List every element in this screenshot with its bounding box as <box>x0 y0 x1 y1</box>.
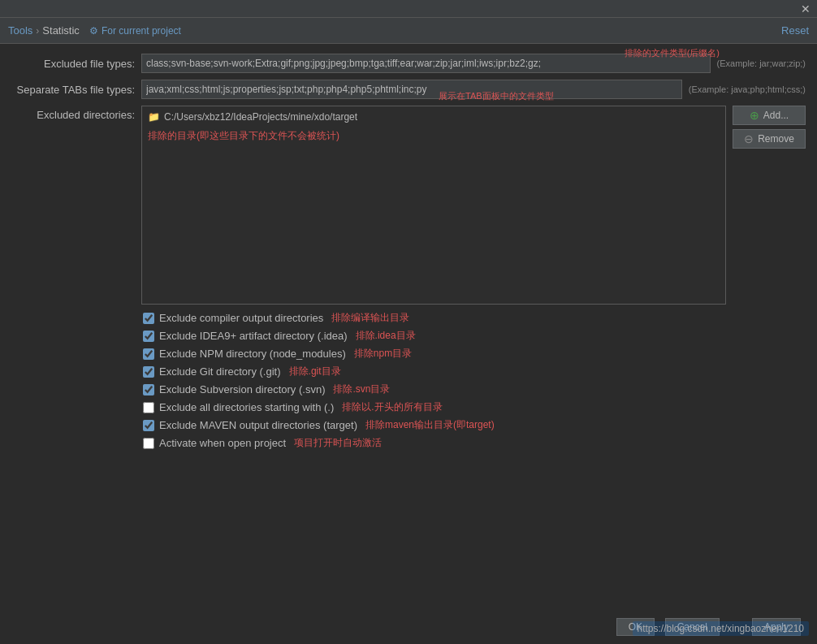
breadcrumb-chevron: › <box>36 25 39 37</box>
project-scope[interactable]: ⚙ For current project <box>89 25 181 37</box>
tab-types-annotation: 展示在TAB面板中的文件类型 <box>439 90 554 102</box>
dir-list-item[interactable]: 📁 C:/Users/xbz12/IdeaProjects/mine/xdo/t… <box>145 110 722 124</box>
checkbox-cb6[interactable] <box>143 402 154 413</box>
remove-button-label: Remove <box>758 133 794 145</box>
dir-path: C:/Users/xbz12/IdeaProjects/mine/xdo/tar… <box>164 111 357 123</box>
add-dir-button[interactable]: ⊕ Add... <box>733 106 806 125</box>
statistic-breadcrumb: Statistic <box>42 24 80 37</box>
checkbox-section: Exclude compiler output directories排除编译输… <box>143 311 806 450</box>
checkbox-label-3: Exclude Git directory (.git) <box>159 365 281 378</box>
add-button-label: Add... <box>763 110 789 121</box>
separate-tabs-example: (Example: java;php;html;css;) <box>689 84 806 94</box>
excluded-dirs-row: Excluded directories: 📁 C:/Users/xbz12/I… <box>11 106 806 305</box>
excluded-file-types-label: Excluded file types: <box>11 58 141 70</box>
checkbox-annotation-2: 排除npm目录 <box>354 347 412 361</box>
dir-annotation: 排除的目录(即这些目录下的文件不会被统计) <box>148 129 722 143</box>
checkbox-row-5: Exclude all directories starting with (.… <box>143 400 806 414</box>
reset-button[interactable]: Reset <box>781 24 809 37</box>
checkbox-annotation-5: 排除以.开头的所有目录 <box>342 400 442 414</box>
checkbox-row-6: Exclude MAVEN output directories (target… <box>143 418 806 432</box>
checkbox-label-1: Exclude IDEA9+ artifact directory (.idea… <box>159 330 348 342</box>
checkbox-label-0: Exclude compiler output directories <box>159 312 323 324</box>
add-icon: ⊕ <box>750 109 759 122</box>
checkbox-row-0: Exclude compiler output directories排除编译输… <box>143 311 806 325</box>
excluded-types-annotation: 排除的文件类型(后缀名) <box>625 47 720 59</box>
title-bar: ✕ <box>0 0 817 18</box>
remove-dir-button[interactable]: ⊖ Remove <box>733 129 806 149</box>
checkbox-annotation-1: 排除.idea目录 <box>356 329 416 343</box>
checkbox-cb2[interactable] <box>143 331 154 342</box>
checkbox-row-2: Exclude NPM directory (node_modules)排除np… <box>143 347 806 361</box>
checkbox-cb5[interactable] <box>143 384 154 395</box>
excluded-dirs-list: 📁 C:/Users/xbz12/IdeaProjects/mine/xdo/t… <box>141 106 726 305</box>
checkbox-annotation-0: 排除编译输出目录 <box>331 311 409 325</box>
checkbox-row-3: Exclude Git directory (.git)排除.git目录 <box>143 365 806 378</box>
checkbox-row-4: Exclude Subversion directory (.svn)排除.sv… <box>143 383 806 396</box>
excluded-file-types-example: (Example: jar;war;zip;) <box>717 58 806 68</box>
close-button[interactable]: ✕ <box>799 2 812 15</box>
checkbox-annotation-4: 排除.svn目录 <box>333 383 390 396</box>
folder-icon: 📁 <box>148 111 160 123</box>
watermark: https://blog.csdn.net/xingbaozhen1210 <box>633 621 810 636</box>
dir-action-buttons: ⊕ Add... ⊖ Remove <box>733 106 806 305</box>
checkbox-cb3[interactable] <box>143 348 154 360</box>
checkbox-cb1[interactable] <box>143 313 154 324</box>
checkbox-cb7[interactable] <box>143 420 154 431</box>
checkbox-label-7: Activate when open project <box>159 437 286 449</box>
header: Tools › Statistic ⚙ For current project … <box>0 18 817 44</box>
settings-icon: ⚙ <box>89 25 98 37</box>
main-content: Excluded file types: (Example: jar;war;z… <box>0 44 817 464</box>
separate-tabs-row: Separate TABs file types: (Example: java… <box>11 80 806 99</box>
checkbox-label-2: Exclude NPM directory (node_modules) <box>159 348 346 360</box>
checkbox-annotation-6: 排除maven输出目录(即target) <box>365 418 495 432</box>
separate-tabs-input[interactable] <box>141 80 682 99</box>
separate-tabs-label: Separate TABs file types: <box>11 84 141 96</box>
checkbox-row-7: Activate when open project项目打开时自动激活 <box>143 436 806 450</box>
checkbox-annotation-3: 排除.git目录 <box>289 365 341 378</box>
project-scope-label: For current project <box>102 25 181 37</box>
remove-icon: ⊖ <box>744 132 754 145</box>
checkbox-row-1: Exclude IDEA9+ artifact directory (.idea… <box>143 329 806 343</box>
checkbox-label-4: Exclude Subversion directory (.svn) <box>159 383 325 395</box>
checkbox-annotation-7: 项目打开时自动激活 <box>294 436 382 450</box>
checkbox-cb4[interactable] <box>143 366 154 378</box>
excluded-dirs-label: Excluded directories: <box>11 106 141 305</box>
checkbox-label-6: Exclude MAVEN output directories (target… <box>159 419 357 431</box>
checkbox-label-5: Exclude all directories starting with (.… <box>159 401 334 413</box>
tools-breadcrumb[interactable]: Tools <box>8 24 32 37</box>
checkbox-cb8[interactable] <box>143 438 154 449</box>
